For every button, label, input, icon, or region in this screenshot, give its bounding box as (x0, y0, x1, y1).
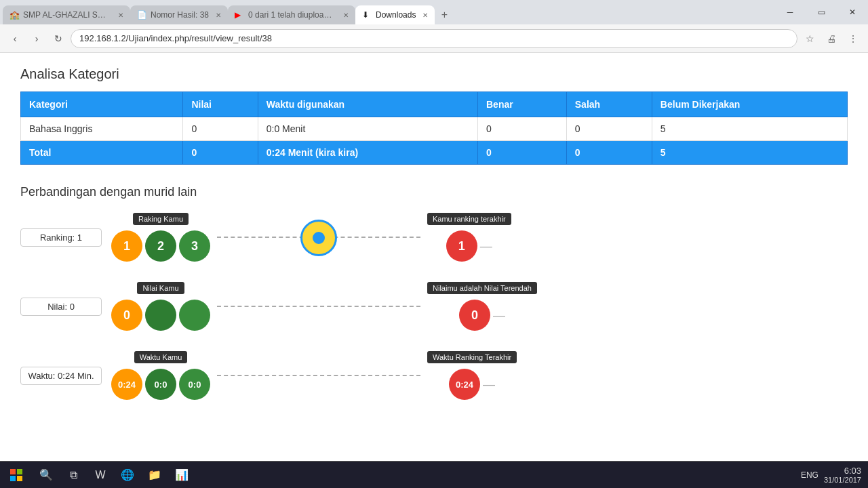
col-waktu: Waktu digunakan (258, 92, 477, 117)
raking-kamu-tooltip: Raking Kamu (133, 213, 189, 225)
back-button[interactable]: ‹ (5, 29, 24, 48)
rank-last-circle: 1 (446, 230, 477, 262)
app-icon[interactable]: 📊 (168, 462, 195, 489)
total-belum: 5 (652, 141, 847, 165)
file-explorer-icon[interactable]: 📁 (141, 462, 168, 489)
svg-rect-2 (10, 476, 16, 481)
windows-icon (10, 469, 22, 481)
tab2-favicon: 📄 (137, 10, 146, 20)
restore-button[interactable]: ▭ (806, 0, 837, 24)
star-icon[interactable]: ☆ (800, 29, 819, 48)
tab-smp[interactable]: 🏫 SMP AL-GHAZALI SUME... ✕ (3, 5, 130, 24)
tab-upload[interactable]: ▶ 0 dari 1 telah diupload -... ✕ (228, 5, 355, 24)
close-button[interactable]: ✕ (837, 0, 868, 24)
new-tab-button[interactable]: + (435, 5, 454, 24)
word-icon[interactable]: W (87, 462, 114, 489)
rank-inner-dot (313, 232, 325, 244)
nilai-last-tooltip: Nilaimu adalah Nilai Terendah (427, 282, 537, 294)
col-nilai: Nilai (183, 92, 258, 117)
waktu-row: Waktu: 0:24 Min. Waktu Kamu 0:24 0:0 0:0… (20, 351, 848, 400)
tab1-close[interactable]: ✕ (118, 12, 123, 19)
tab1-label: SMP AL-GHAZALI SUME... (23, 10, 111, 20)
waktu-kamu-tooltip: Waktu Kamu (134, 351, 188, 363)
url-bar[interactable]: 192.168.1.2/Ujian/index.php/result/view_… (71, 29, 797, 48)
total-waktu: 0:24 Menit (kira kira) (258, 141, 477, 165)
waktu-dashed-line (217, 375, 420, 376)
cell-waktu: 0:0 Menit (258, 117, 477, 141)
taskbar: 🔍 ⧉ W 🌐 📁 📊 ENG 6:03 31/01/2017 (0, 461, 868, 488)
tab4-label: Downloads (376, 10, 416, 20)
tab-downloads[interactable]: ⬇ Downloads ✕ (355, 5, 435, 24)
nilai-label: Nilai: 0 (20, 298, 102, 316)
minimize-button[interactable]: ─ (774, 0, 806, 24)
ranking-label: Ranking: 1 (20, 228, 102, 247)
svg-rect-0 (10, 469, 16, 474)
print-icon[interactable]: 🖨 (822, 29, 841, 48)
table-header-row: Kategori Nilai Waktu digunakan Benar Sal… (21, 92, 848, 117)
rank-last-tooltip: Kamu ranking terakhir (427, 213, 511, 225)
clock-date: 31/01/2017 (824, 476, 861, 484)
cell-benar: 0 (478, 117, 567, 141)
taskbar-right: ENG 6:03 31/01/2017 (801, 466, 868, 484)
waktu-last-tooltip: Waktu Ranking Terakhir (427, 351, 517, 363)
section2-title: Perbandingan dengan murid lain (20, 185, 848, 199)
locale-label: ENG (801, 470, 818, 480)
waktu-label: Waktu: 0:24 Min. (20, 367, 102, 385)
ranking-row: Ranking: 1 Raking Kamu 1 2 3 (20, 213, 848, 262)
window-controls: ─ ▭ ✕ (774, 0, 868, 24)
task-view-icon[interactable]: ⧉ (60, 462, 87, 489)
reload-button[interactable]: ↻ (49, 29, 68, 48)
tab1-favicon: 🏫 (9, 10, 19, 20)
tabs-area: 🏫 SMP AL-GHAZALI SUME... ✕ 📄 Nomor Hasil… (0, 0, 774, 24)
address-right: ☆ 🖨 ⋮ (800, 29, 863, 48)
tab4-close[interactable]: ✕ (422, 12, 428, 19)
cell-salah: 0 (566, 117, 652, 141)
nilai-last-circle: 0 (459, 300, 490, 331)
nilai-kamu-tooltip: Nilai Kamu (137, 282, 184, 294)
col-salah: Salah (566, 92, 652, 117)
rank-current-circle (300, 220, 337, 256)
total-salah: 0 (566, 141, 652, 165)
tab3-close[interactable]: ✕ (343, 12, 349, 19)
col-benar: Benar (478, 92, 567, 117)
rank-dashed-line (217, 237, 420, 238)
waktu-circle-1: 0:24 (111, 369, 142, 400)
waktu-last-circle: 0:24 (449, 369, 480, 400)
rank-circle-3: 3 (179, 230, 210, 262)
clock-time: 6:03 (824, 466, 861, 476)
forward-button[interactable]: › (27, 29, 46, 48)
address-bar: ‹ › ↻ 192.168.1.2/Ujian/index.php/result… (0, 24, 868, 53)
waktu-circle-3: 0:0 (179, 369, 210, 400)
svg-rect-3 (17, 476, 22, 481)
tab-nomor[interactable]: 📄 Nomor Hasil: 38 ✕ (130, 5, 228, 24)
total-nilai: 0 (183, 141, 258, 165)
tab2-close[interactable]: ✕ (216, 12, 221, 19)
section1-title: Analisa Kategori (20, 66, 848, 82)
rank-circle-1: 1 (111, 230, 142, 262)
tab4-favicon: ⬇ (362, 10, 372, 20)
waktu-circle-2: 0:0 (145, 369, 176, 400)
rank-circle-2: 2 (145, 230, 176, 262)
menu-icon[interactable]: ⋮ (844, 29, 863, 48)
nilai-dashed-line (217, 306, 420, 307)
nilai-row: Nilai: 0 Nilai Kamu 0 Nilaimu adalah Nil… (20, 282, 848, 331)
svg-rect-1 (17, 469, 22, 474)
tab3-label: 0 dari 1 telah diupload -... (248, 10, 336, 20)
total-label: Total (21, 141, 183, 165)
total-benar: 0 (478, 141, 567, 165)
system-tray: ENG (801, 470, 818, 480)
cell-kategori: Bahasa Inggris (21, 117, 183, 141)
col-kategori: Kategori (21, 92, 183, 117)
search-taskbar-icon[interactable]: 🔍 (33, 462, 60, 489)
start-button[interactable] (0, 462, 33, 489)
tab2-label: Nomor Hasil: 38 (151, 10, 209, 20)
cell-belum: 5 (652, 117, 847, 141)
total-row: Total 0 0:24 Menit (kira kira) 0 0 5 (21, 141, 848, 165)
url-text: 192.168.1.2/Ujian/index.php/result/view_… (79, 33, 789, 43)
chrome-icon[interactable]: 🌐 (114, 462, 141, 489)
tab3-favicon: ▶ (235, 10, 244, 20)
col-belum: Belum Dikerjakan (652, 92, 847, 117)
table-row: Bahasa Inggris 0 0:0 Menit 0 0 5 (21, 117, 848, 141)
cell-nilai: 0 (183, 117, 258, 141)
clock: 6:03 31/01/2017 (824, 466, 861, 484)
